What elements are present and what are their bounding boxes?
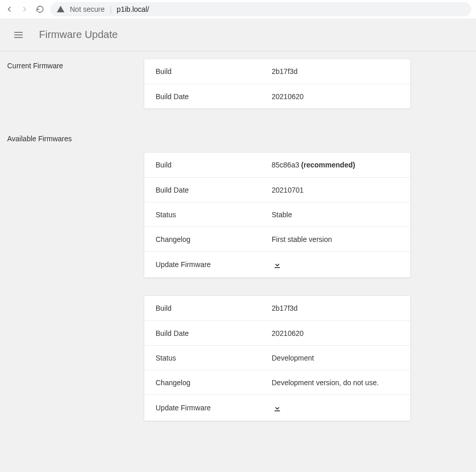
update-firmware-button[interactable] (272, 259, 283, 270)
table-row: Changelog First stable version (144, 226, 410, 251)
available-build-value: 2b17f3d (272, 304, 399, 312)
field-label-build: Build (156, 304, 272, 312)
available-build-value: 85c86a3 (recommended) (272, 161, 399, 169)
field-label-changelog: Changelog (156, 235, 272, 243)
field-label-update-firmware: Update Firmware (156, 404, 272, 412)
app-header: Firmware Update (0, 18, 476, 51)
page-title: Firmware Update (39, 29, 118, 41)
available-build-date-value: 20210701 (272, 186, 399, 194)
browser-toolbar: Not secure | p1ib.local/ (0, 0, 476, 18)
back-button[interactable] (4, 4, 14, 14)
table-row: Changelog Development version, do not us… (144, 370, 410, 394)
section-current-firmware-label: Current Firmware (7, 62, 144, 70)
available-changelog-value: First stable version (272, 235, 399, 243)
field-label-build: Build (156, 67, 272, 75)
address-bar[interactable]: Not secure | p1ib.local/ (50, 2, 471, 16)
current-firmware-card: Build 2b17f3d Build Date 20210620 (144, 59, 411, 109)
table-row: Build 2b17f3d (144, 59, 410, 84)
table-row: Build Date 20210620 (144, 320, 410, 345)
table-row: Status Stable (144, 202, 410, 226)
not-secure-icon (56, 5, 65, 13)
available-firmware-card: Build 2b17f3d Build Date 20210620 Status… (144, 295, 411, 421)
recommended-badge: (recommended) (301, 161, 355, 169)
field-label-build-date: Build Date (156, 186, 272, 194)
address-separator: | (110, 5, 112, 13)
url-text: p1ib.local/ (117, 5, 149, 13)
current-build-value: 2b17f3d (272, 67, 399, 75)
field-label-changelog: Changelog (156, 379, 272, 387)
table-row: Status Development (144, 345, 410, 370)
available-changelog-value: Development version, do not use. (272, 379, 399, 387)
field-label-update-firmware: Update Firmware (156, 260, 272, 269)
update-firmware-button[interactable] (272, 402, 283, 413)
section-available-firmwares-label: Available Firmwares (7, 135, 144, 143)
table-row: Build Date 20210701 (144, 177, 410, 202)
available-firmware-card: Build 85c86a3 (recommended) Build Date 2… (144, 152, 411, 278)
available-build-date-value: 20210620 (272, 329, 399, 337)
table-row: Build Date 20210620 (144, 84, 410, 108)
field-label-build-date: Build Date (156, 92, 272, 101)
field-label-status: Status (156, 211, 272, 219)
table-row: Build 2b17f3d (144, 296, 410, 320)
reload-button[interactable] (35, 4, 45, 14)
menu-button[interactable] (12, 29, 25, 41)
security-label: Not secure (70, 5, 105, 13)
field-label-build: Build (156, 161, 272, 169)
table-row: Update Firmware (144, 251, 410, 277)
table-row: Build 85c86a3 (recommended) (144, 153, 410, 177)
field-label-build-date: Build Date (156, 329, 272, 337)
field-label-status: Status (156, 354, 272, 362)
current-build-date-value: 20210620 (272, 92, 399, 101)
forward-button[interactable] (20, 4, 30, 14)
available-status-value: Development (272, 354, 399, 362)
table-row: Update Firmware (144, 394, 410, 421)
available-status-value: Stable (272, 211, 399, 219)
